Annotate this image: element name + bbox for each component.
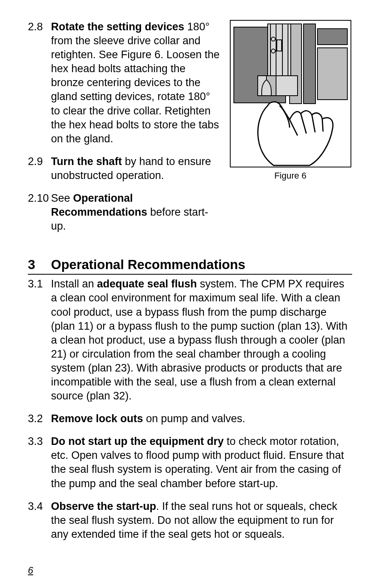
step-2-10: 2.10 See Operational Recommendations bef… [28, 191, 221, 233]
step-3-2: 3.2 Remove lock outs on pump and valves. [28, 412, 352, 426]
section-title: Operational Recommendations [51, 257, 245, 272]
step-pre: See [51, 192, 73, 204]
step-number: 3.2 [28, 412, 51, 426]
step-body: Turn the shaft by hand to ensure unobstr… [51, 155, 221, 183]
step-body: Rotate the setting devices 180° from the… [51, 20, 221, 146]
step-3-4: 3.4 Observe the start-up. If the seal ru… [28, 500, 352, 541]
svg-rect-11 [277, 40, 282, 51]
top-text-column: 2.8 Rotate the setting devices 180° from… [28, 20, 221, 242]
step-3-3: 3.3 Do not start up the equipment dry to… [28, 435, 352, 490]
step-2-9: 2.9 Turn the shaft by hand to ensure uno… [28, 155, 221, 183]
step-body: Install an adequate seal flush system. T… [51, 277, 352, 403]
figure-6-illustration [230, 20, 351, 167]
step-lead: Turn the shaft [51, 155, 122, 167]
step-number: 3.3 [28, 435, 51, 490]
step-body: Do not start up the equipment dry to che… [51, 435, 352, 490]
step-lead: Do not start up the equipment dry [51, 435, 224, 447]
step-number: 3.1 [28, 277, 51, 403]
page-number: 6 [28, 565, 33, 576]
figure-6-caption: Figure 6 [274, 171, 307, 181]
svg-rect-4 [317, 29, 347, 45]
step-number: 3.4 [28, 500, 51, 541]
step-pre: Install an [51, 278, 97, 290]
figure-6-container: Figure 6 [229, 20, 352, 242]
step-lead: Observe the start-up [51, 500, 156, 512]
step-rest: on pump and valves. [143, 413, 245, 425]
step-number: 2.9 [28, 155, 51, 183]
step-body: Remove lock outs on pump and valves. [51, 412, 245, 426]
top-row: 2.8 Rotate the setting devices 180° from… [28, 20, 352, 242]
page: 2.8 Rotate the setting devices 180° from… [0, 0, 380, 588]
step-body: Observe the start-up. If the seal runs h… [51, 500, 352, 541]
section-number: 3 [28, 257, 51, 272]
step-number: 2.8 [28, 20, 51, 146]
step-body: See Operational Recommendations before s… [51, 191, 221, 233]
step-number: 2.10 [28, 191, 51, 233]
svg-rect-3 [304, 24, 315, 104]
step-rest: system. The CPM PX requires a clean cool… [51, 278, 347, 402]
step-2-8: 2.8 Rotate the setting devices 180° from… [28, 20, 221, 146]
step-lead: Rotate the setting devices [51, 21, 184, 33]
step-lead: Remove lock outs [51, 413, 143, 425]
step-3-1: 3.1 Install an adequate seal flush syste… [28, 277, 352, 403]
step-lead: adequate seal flush [97, 278, 197, 290]
svg-rect-5 [317, 48, 347, 100]
step-rest: 180° from the sleeve drive collar and re… [51, 21, 219, 145]
section-3-heading: 3Operational Recommendations [28, 257, 352, 275]
